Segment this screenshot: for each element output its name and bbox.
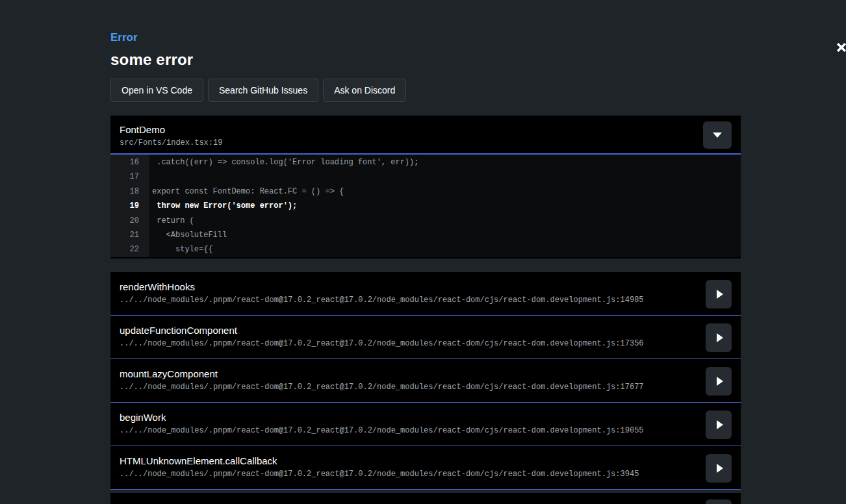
- line-number: 19: [110, 199, 149, 213]
- play-icon: [717, 290, 723, 299]
- code-line: 20 return (: [110, 214, 741, 228]
- search-github-issues-button[interactable]: Search GitHub Issues: [208, 79, 318, 102]
- code-frame-title: FontDemo: [120, 124, 741, 136]
- code-snippet: 16 .catch((err) => console.log('Error lo…: [110, 155, 741, 257]
- line-code: export const FontDemo: React.FC = () => …: [149, 184, 344, 199]
- error-overlay: Error some error Open in VS Code Search …: [110, 0, 741, 504]
- line-code: [149, 170, 152, 184]
- play-icon: [717, 464, 723, 473]
- code-line: 17: [110, 170, 741, 184]
- line-code: <AbsoluteFill: [149, 228, 227, 242]
- stack-frame-source: ../../node_modules/.pnpm/react-dom@17.0.…: [120, 339, 695, 348]
- collapse-frame-button[interactable]: [703, 121, 732, 149]
- stack-frame-row: renderWithHooks ../../node_modules/.pnpm…: [110, 272, 741, 316]
- play-icon: [717, 333, 723, 342]
- stack-frame-row: updateFunctionComponent ../../node_modul…: [110, 316, 741, 359]
- code-frame-panel: FontDemo src/Fonts/index.tsx:19 16 .catc…: [110, 116, 741, 258]
- line-code: style={{: [149, 242, 213, 257]
- code-frame-header: FontDemo src/Fonts/index.tsx:19: [110, 116, 741, 155]
- stack-frame-function: HTMLUnknownElement.callCallback: [120, 455, 695, 467]
- expand-frame-button[interactable]: [706, 323, 732, 352]
- code-line: 18export const FontDemo: React.FC = () =…: [110, 184, 741, 199]
- expand-frame-button[interactable]: [706, 280, 732, 309]
- line-code: .catch((err) => console.log('Error loadi…: [149, 155, 418, 170]
- line-number: 22: [110, 242, 149, 257]
- line-number: 18: [110, 184, 149, 199]
- code-line: 21 <AbsoluteFill: [110, 228, 741, 242]
- ask-on-discord-button[interactable]: Ask on Discord: [323, 79, 406, 102]
- stack-frame-list: renderWithHooks ../../node_modules/.pnpm…: [110, 272, 741, 490]
- line-number: 20: [110, 214, 149, 228]
- stack-frame-row-partial: [110, 493, 741, 504]
- action-buttons: Open in VS Code Search GitHub Issues Ask…: [110, 79, 411, 102]
- line-code: return (: [149, 214, 194, 228]
- play-icon: [717, 377, 723, 386]
- expand-frame-button[interactable]: [706, 410, 732, 439]
- code-line: 19 throw new Error('some error');: [110, 199, 741, 213]
- line-number: 21: [110, 228, 149, 242]
- stack-frame-row: mountLazyComponent ../../node_modules/.p…: [110, 359, 741, 403]
- stack-frame-function: beginWork: [120, 412, 695, 423]
- error-type-label: Error: [110, 31, 138, 44]
- expand-frame-button[interactable]: [706, 499, 732, 504]
- stack-frame-function: updateFunctionComponent: [120, 325, 695, 336]
- stack-frame-source: ../../node_modules/.pnpm/react-dom@17.0.…: [120, 383, 695, 392]
- stack-frame-function: renderWithHooks: [120, 281, 695, 293]
- line-number: 16: [110, 155, 149, 170]
- error-message: some error: [110, 51, 193, 69]
- close-icon: [836, 42, 846, 53]
- stack-frame-source: ../../node_modules/.pnpm/react-dom@17.0.…: [120, 296, 695, 305]
- open-in-vscode-button[interactable]: Open in VS Code: [110, 79, 203, 102]
- stack-frame-row: beginWork ../../node_modules/.pnpm/react…: [110, 403, 741, 446]
- play-icon: [717, 420, 723, 429]
- stack-frame-source: ../../node_modules/.pnpm/react-dom@17.0.…: [120, 426, 695, 435]
- stack-frame-source: ../../node_modules/.pnpm/react-dom@17.0.…: [120, 470, 695, 479]
- chevron-down-icon: [713, 132, 722, 138]
- stack-frame-row: HTMLUnknownElement.callCallback ../../no…: [110, 446, 741, 490]
- stack-frame-function: mountLazyComponent: [120, 368, 695, 380]
- expand-frame-button[interactable]: [706, 367, 732, 396]
- code-line: 22 style={{: [110, 242, 741, 257]
- line-code: throw new Error('some error');: [149, 199, 297, 213]
- code-line: 16 .catch((err) => console.log('Error lo…: [110, 155, 741, 170]
- line-number: 17: [110, 170, 149, 184]
- code-frame-location: src/Fonts/index.tsx:19: [120, 138, 741, 147]
- close-button[interactable]: [831, 37, 846, 58]
- expand-frame-button[interactable]: [706, 454, 732, 483]
